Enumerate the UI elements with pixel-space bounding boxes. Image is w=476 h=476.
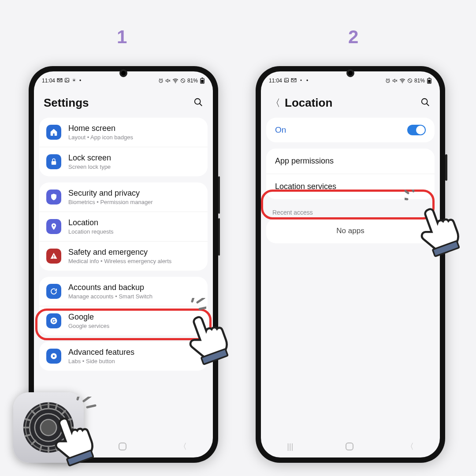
pointer-hand-icon	[44, 405, 106, 469]
settings-row-security-and-privacy[interactable]: Security and privacyBiometrics • Permiss…	[39, 182, 208, 212]
svg-rect-7	[201, 80, 204, 83]
no-data-icon	[180, 78, 186, 83]
svg-rect-13	[53, 258, 54, 259]
svg-rect-18	[285, 78, 289, 82]
search-icon[interactable]	[420, 97, 430, 109]
svg-line-31	[405, 190, 408, 193]
row-subtitle: Screen lock type	[68, 164, 111, 170]
location-toggle-row[interactable]: On	[266, 118, 435, 142]
row-subtitle: Location requests	[68, 228, 114, 235]
svg-point-4	[175, 82, 176, 83]
back-icon[interactable]: 〈	[271, 97, 280, 110]
home-icon	[46, 125, 61, 140]
alarm-icon	[385, 78, 390, 83]
row-title: Accounts and backup	[68, 283, 152, 292]
front-camera	[119, 69, 127, 77]
svg-point-11	[53, 225, 55, 227]
front-camera	[346, 69, 354, 77]
svg-line-34	[84, 397, 92, 401]
page-title: Settings	[44, 96, 89, 110]
pointer-hand-icon	[178, 304, 240, 368]
svg-point-27	[422, 98, 428, 104]
settings-header: Settings	[34, 88, 213, 118]
settings-card: Home screenLayout • App icon badgesLock …	[39, 118, 208, 176]
nav-home[interactable]	[346, 443, 353, 450]
svg-rect-10	[52, 161, 56, 165]
row-subtitle: Layout • App icon badges	[68, 134, 133, 141]
gmail-icon	[57, 78, 63, 84]
settings-row-safety-and-emergency[interactable]: Safety and emergencyMedical info • Wirel…	[39, 241, 208, 271]
svg-rect-25	[428, 80, 431, 83]
nav-bar: ||| 〈	[261, 435, 440, 457]
gmail-icon	[291, 78, 297, 84]
battery-pct: 81%	[414, 78, 425, 84]
row-title: Lock screen	[68, 153, 111, 163]
settings-row-home-screen[interactable]: Home screenLayout • App icon badges	[39, 118, 208, 147]
svg-point-19	[286, 79, 286, 80]
svg-point-9	[195, 98, 201, 104]
toggle-switch[interactable]	[407, 125, 426, 135]
no-data-icon	[407, 78, 413, 83]
pin-icon	[46, 219, 61, 234]
settings-glyph-icon	[71, 78, 77, 84]
row-title: Home screen	[68, 124, 133, 133]
svg-line-30	[192, 298, 194, 301]
svg-line-32	[405, 198, 407, 199]
svg-point-1	[66, 79, 67, 80]
row-title: Google	[68, 312, 109, 322]
alarm-icon	[158, 78, 164, 83]
g-icon: G	[46, 313, 61, 328]
battery-icon	[427, 78, 432, 84]
settings-glyph-icon	[298, 78, 304, 84]
battery-pct: 81%	[187, 78, 198, 84]
settings-row-lock-screen[interactable]: Lock screenScreen lock type	[39, 147, 208, 176]
settings-row-location[interactable]: LocationLocation requests	[39, 212, 208, 241]
row-title: Security and privacy	[68, 189, 153, 198]
search-icon[interactable]	[193, 97, 203, 109]
wifi-icon	[399, 78, 405, 83]
mute-icon	[165, 78, 171, 83]
svg-text:G: G	[52, 318, 56, 324]
status-time: 11:04	[269, 78, 282, 84]
row-title: Location	[68, 218, 114, 227]
adv-icon	[46, 349, 61, 364]
row-title: Safety and emergency	[68, 248, 171, 257]
battery-icon	[200, 78, 205, 84]
app-permissions-row[interactable]: App permissions	[266, 149, 435, 174]
svg-rect-26	[429, 78, 430, 78]
step-number-1: 1	[117, 26, 127, 48]
lock-icon	[46, 154, 61, 169]
svg-rect-12	[53, 255, 54, 257]
svg-rect-8	[202, 78, 203, 78]
row-subtitle: Medical info • Wireless emergency alerts	[68, 258, 171, 264]
alert-icon	[46, 249, 61, 264]
pointer-hand-icon	[410, 196, 472, 260]
svg-rect-0	[65, 78, 69, 82]
row-subtitle: Manage accounts • Smart Switch	[68, 293, 152, 300]
settings-card: Security and privacyBiometrics • Permiss…	[39, 182, 208, 271]
svg-line-36	[78, 397, 79, 399]
svg-point-17	[53, 355, 55, 357]
toggle-label: On	[275, 125, 286, 135]
row-subtitle: Biometrics • Permission manager	[68, 199, 153, 205]
step-number-2: 2	[348, 26, 358, 48]
nav-back[interactable]: 〈	[406, 441, 414, 452]
svg-point-22	[402, 82, 403, 83]
status-time: 11:04	[42, 78, 55, 84]
wifi-icon	[172, 78, 178, 83]
nav-back[interactable]: 〈	[179, 441, 187, 452]
nav-recents[interactable]: |||	[287, 442, 293, 451]
image-icon	[284, 78, 289, 84]
shield-icon	[46, 190, 61, 205]
row-subtitle: Labs • Side button	[68, 358, 134, 364]
phone-frame-2: 11:04 • 81% 〈 Location	[256, 66, 445, 463]
nav-home[interactable]	[119, 443, 126, 450]
mute-icon	[392, 78, 398, 83]
row-title: Advanced features	[68, 348, 134, 357]
no-apps-card: No apps	[266, 219, 435, 243]
image-icon	[64, 78, 70, 84]
svg-line-33	[412, 190, 413, 191]
svg-point-20	[301, 79, 302, 81]
sync-icon	[46, 284, 61, 299]
location-header: 〈 Location	[261, 88, 440, 118]
